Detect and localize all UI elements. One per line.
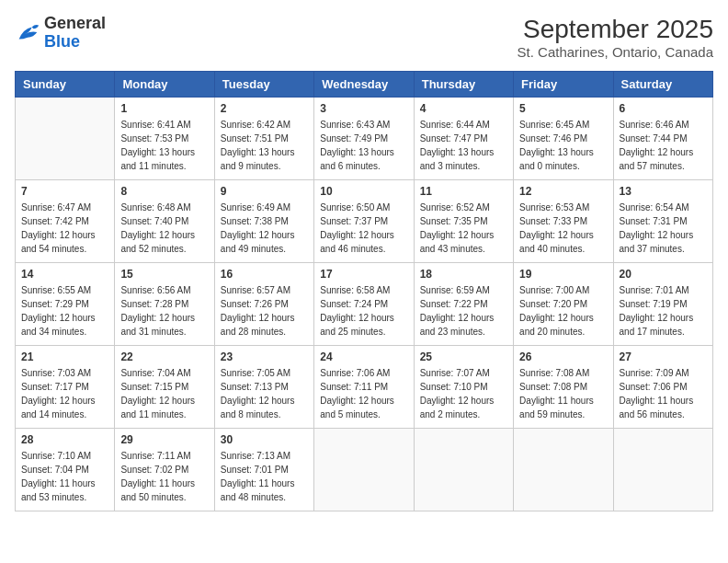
day-number: 13 bbox=[620, 185, 707, 198]
day-info: Sunrise: 6:57 AMSunset: 7:26 PMDaylight:… bbox=[221, 283, 308, 339]
day-number: 25 bbox=[420, 350, 507, 363]
day-number: 14 bbox=[21, 268, 108, 281]
day-info: Sunrise: 7:10 AMSunset: 7:04 PMDaylight:… bbox=[21, 449, 108, 504]
day-info: Sunrise: 7:13 AMSunset: 7:01 PMDaylight:… bbox=[221, 449, 308, 504]
calendar-cell: 7Sunrise: 6:47 AMSunset: 7:42 PMDaylight… bbox=[16, 180, 115, 263]
calendar-cell: 1Sunrise: 6:41 AMSunset: 7:53 PMDaylight… bbox=[115, 98, 214, 180]
day-number: 9 bbox=[221, 185, 308, 198]
calendar-cell: 29Sunrise: 7:11 AMSunset: 7:02 PMDayligh… bbox=[115, 429, 214, 511]
day-header-wednesday: Wednesday bbox=[314, 72, 414, 98]
day-number: 1 bbox=[120, 102, 208, 115]
day-info: Sunrise: 6:49 AMSunset: 7:38 PMDaylight:… bbox=[221, 201, 308, 256]
day-number: 15 bbox=[120, 268, 208, 281]
calendar-cell: 28Sunrise: 7:10 AMSunset: 7:04 PMDayligh… bbox=[16, 429, 115, 511]
calendar-cell: 26Sunrise: 7:08 AMSunset: 7:08 PMDayligh… bbox=[514, 346, 613, 429]
day-info: Sunrise: 7:01 AMSunset: 7:19 PMDaylight:… bbox=[620, 283, 707, 339]
day-number: 20 bbox=[620, 268, 707, 281]
calendar-cell bbox=[16, 98, 115, 180]
day-info: Sunrise: 6:50 AMSunset: 7:37 PMDaylight:… bbox=[320, 201, 407, 256]
logo-bird-icon bbox=[15, 20, 40, 46]
day-info: Sunrise: 6:44 AMSunset: 7:47 PMDaylight:… bbox=[420, 118, 507, 173]
calendar-header-row: SundayMondayTuesdayWednesdayThursdayFrid… bbox=[16, 72, 713, 98]
day-info: Sunrise: 6:58 AMSunset: 7:24 PMDaylight:… bbox=[320, 283, 407, 339]
day-header-tuesday: Tuesday bbox=[214, 72, 313, 98]
day-number: 30 bbox=[221, 433, 308, 446]
calendar-cell: 27Sunrise: 7:09 AMSunset: 7:06 PMDayligh… bbox=[613, 346, 712, 429]
calendar-cell: 10Sunrise: 6:50 AMSunset: 7:37 PMDayligh… bbox=[314, 180, 414, 263]
day-number: 4 bbox=[420, 102, 507, 115]
day-info: Sunrise: 6:43 AMSunset: 7:49 PMDaylight:… bbox=[320, 118, 407, 173]
day-number: 3 bbox=[320, 102, 407, 115]
calendar-cell: 23Sunrise: 7:05 AMSunset: 7:13 PMDayligh… bbox=[214, 346, 313, 429]
day-info: Sunrise: 6:59 AMSunset: 7:22 PMDaylight:… bbox=[420, 283, 507, 339]
day-header-monday: Monday bbox=[115, 72, 214, 98]
day-info: Sunrise: 6:48 AMSunset: 7:40 PMDaylight:… bbox=[120, 201, 208, 256]
calendar-cell: 17Sunrise: 6:58 AMSunset: 7:24 PMDayligh… bbox=[314, 263, 414, 346]
day-number: 22 bbox=[120, 350, 208, 363]
day-number: 19 bbox=[519, 268, 607, 281]
day-info: Sunrise: 7:04 AMSunset: 7:15 PMDaylight:… bbox=[120, 366, 208, 421]
day-header-friday: Friday bbox=[514, 72, 613, 98]
day-number: 21 bbox=[21, 350, 108, 363]
calendar-cell bbox=[613, 429, 712, 511]
title-block: September 2025 St. Catharines, Ontario, … bbox=[518, 15, 713, 60]
day-number: 11 bbox=[420, 185, 507, 198]
calendar-cell: 14Sunrise: 6:55 AMSunset: 7:29 PMDayligh… bbox=[16, 263, 115, 346]
day-info: Sunrise: 6:54 AMSunset: 7:31 PMDaylight:… bbox=[620, 201, 707, 256]
day-number: 6 bbox=[620, 102, 707, 115]
day-number: 26 bbox=[519, 350, 607, 363]
calendar-cell: 8Sunrise: 6:48 AMSunset: 7:40 PMDaylight… bbox=[115, 180, 214, 263]
week-row-3: 14Sunrise: 6:55 AMSunset: 7:29 PMDayligh… bbox=[16, 263, 713, 346]
calendar-cell: 2Sunrise: 6:42 AMSunset: 7:51 PMDaylight… bbox=[214, 98, 313, 180]
day-number: 17 bbox=[320, 268, 407, 281]
day-info: Sunrise: 6:55 AMSunset: 7:29 PMDaylight:… bbox=[21, 283, 108, 339]
calendar-subtitle: St. Catharines, Ontario, Canada bbox=[518, 44, 713, 60]
calendar-cell: 15Sunrise: 6:56 AMSunset: 7:28 PMDayligh… bbox=[115, 263, 214, 346]
day-number: 5 bbox=[519, 102, 607, 115]
calendar-cell: 9Sunrise: 6:49 AMSunset: 7:38 PMDaylight… bbox=[214, 180, 313, 263]
calendar-cell bbox=[514, 429, 613, 511]
day-number: 7 bbox=[21, 185, 108, 198]
calendar-cell: 4Sunrise: 6:44 AMSunset: 7:47 PMDaylight… bbox=[414, 98, 513, 180]
calendar-cell: 6Sunrise: 6:46 AMSunset: 7:44 PMDaylight… bbox=[613, 98, 712, 180]
calendar-cell: 11Sunrise: 6:52 AMSunset: 7:35 PMDayligh… bbox=[414, 180, 513, 263]
day-header-thursday: Thursday bbox=[414, 72, 513, 98]
day-number: 12 bbox=[519, 185, 607, 198]
calendar-cell: 21Sunrise: 7:03 AMSunset: 7:17 PMDayligh… bbox=[16, 346, 115, 429]
calendar-cell: 24Sunrise: 7:06 AMSunset: 7:11 PMDayligh… bbox=[314, 346, 414, 429]
calendar-cell: 16Sunrise: 6:57 AMSunset: 7:26 PMDayligh… bbox=[214, 263, 313, 346]
day-info: Sunrise: 6:45 AMSunset: 7:46 PMDaylight:… bbox=[519, 118, 607, 173]
day-number: 24 bbox=[320, 350, 407, 363]
day-info: Sunrise: 7:11 AMSunset: 7:02 PMDaylight:… bbox=[120, 449, 208, 504]
calendar-cell bbox=[414, 429, 513, 511]
day-info: Sunrise: 6:56 AMSunset: 7:28 PMDaylight:… bbox=[120, 283, 208, 339]
logo-blue-text: Blue bbox=[44, 32, 80, 51]
day-info: Sunrise: 7:03 AMSunset: 7:17 PMDaylight:… bbox=[21, 366, 108, 421]
week-row-1: 1Sunrise: 6:41 AMSunset: 7:53 PMDaylight… bbox=[16, 98, 713, 180]
day-info: Sunrise: 6:52 AMSunset: 7:35 PMDaylight:… bbox=[420, 201, 507, 256]
calendar-body: 1Sunrise: 6:41 AMSunset: 7:53 PMDaylight… bbox=[16, 98, 713, 511]
day-info: Sunrise: 7:08 AMSunset: 7:08 PMDaylight:… bbox=[519, 366, 607, 421]
day-info: Sunrise: 7:07 AMSunset: 7:10 PMDaylight:… bbox=[420, 366, 507, 421]
logo-general-text: General bbox=[44, 14, 106, 32]
day-info: Sunrise: 6:53 AMSunset: 7:33 PMDaylight:… bbox=[519, 201, 607, 256]
day-number: 18 bbox=[420, 268, 507, 281]
day-number: 27 bbox=[620, 350, 707, 363]
day-number: 23 bbox=[221, 350, 308, 363]
day-info: Sunrise: 6:46 AMSunset: 7:44 PMDaylight:… bbox=[620, 118, 707, 173]
day-info: Sunrise: 6:42 AMSunset: 7:51 PMDaylight:… bbox=[221, 118, 308, 173]
week-row-4: 21Sunrise: 7:03 AMSunset: 7:17 PMDayligh… bbox=[16, 346, 713, 429]
calendar-cell: 5Sunrise: 6:45 AMSunset: 7:46 PMDaylight… bbox=[514, 98, 613, 180]
day-number: 2 bbox=[221, 102, 308, 115]
calendar-cell bbox=[314, 429, 414, 511]
calendar-cell: 12Sunrise: 6:53 AMSunset: 7:33 PMDayligh… bbox=[514, 180, 613, 263]
calendar-cell: 18Sunrise: 6:59 AMSunset: 7:22 PMDayligh… bbox=[414, 263, 513, 346]
day-info: Sunrise: 7:06 AMSunset: 7:11 PMDaylight:… bbox=[320, 366, 407, 421]
day-header-saturday: Saturday bbox=[613, 72, 712, 98]
day-number: 8 bbox=[120, 185, 208, 198]
day-info: Sunrise: 6:47 AMSunset: 7:42 PMDaylight:… bbox=[21, 201, 108, 256]
calendar-cell: 3Sunrise: 6:43 AMSunset: 7:49 PMDaylight… bbox=[314, 98, 414, 180]
day-info: Sunrise: 6:41 AMSunset: 7:53 PMDaylight:… bbox=[120, 118, 208, 173]
week-row-5: 28Sunrise: 7:10 AMSunset: 7:04 PMDayligh… bbox=[16, 429, 713, 511]
day-number: 28 bbox=[21, 433, 108, 446]
